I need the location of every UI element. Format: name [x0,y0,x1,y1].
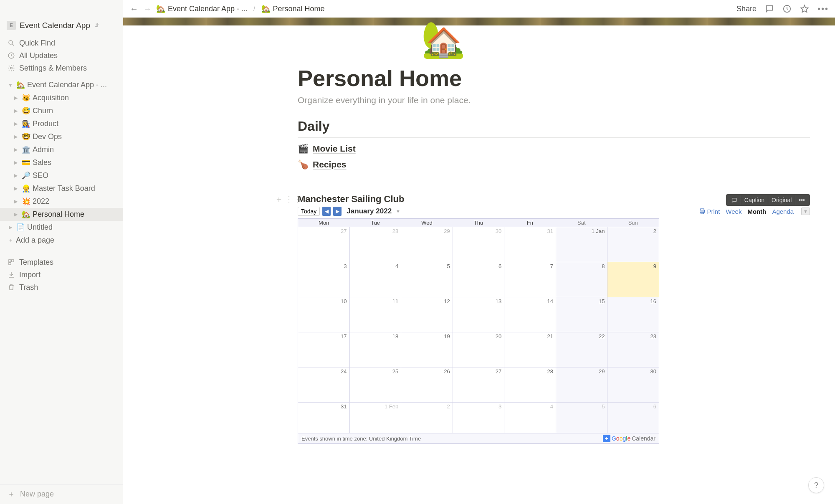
calendar-cell[interactable]: 2 [607,227,659,262]
calendar-cell[interactable]: 14 [504,297,556,332]
calendar-cell[interactable]: 22 [556,332,608,367]
calendar-cell[interactable]: 3 [453,402,505,433]
calendar-cell[interactable]: 16 [607,297,659,332]
share-button[interactable]: Share [736,5,757,13]
nav-back-button[interactable]: ← [129,4,139,14]
drag-handle-icon[interactable]: ⋮⋮ [285,194,301,205]
calendar-cell[interactable]: 10 [298,297,350,332]
page-subtitle[interactable]: Organize everything in your life in one … [298,95,810,105]
calendar-cell[interactable]: 21 [504,332,556,367]
plus-icon[interactable]: ＋ [275,194,283,205]
calendar-cell[interactable]: 2 [401,402,453,433]
disclosure-triangle-icon[interactable]: ▶ [13,173,19,178]
all-updates[interactable]: All Updates [0,49,123,62]
calendar-cell[interactable]: 20 [453,332,505,367]
tree-item-seo[interactable]: ▶🔎SEO [0,169,123,182]
more-icon[interactable]: ••• [795,195,808,205]
tree-root[interactable]: ▼ 🏡 Event Calendar App - ... [0,79,123,91]
breadcrumb-root[interactable]: 🏡 Event Calendar App - ... [156,4,248,13]
comments-icon[interactable] [765,4,774,13]
favorite-icon[interactable] [800,4,809,13]
calendar-cell[interactable]: 23 [607,332,659,367]
page-cover[interactable] [123,18,835,25]
disclosure-triangle-icon[interactable]: ▶ [13,147,19,152]
calendar-cell[interactable]: 6 [453,262,505,297]
view-dropdown-icon[interactable]: ▼ [801,208,810,215]
tree-item-admin[interactable]: ▶🏛️Admin [0,143,123,156]
disclosure-triangle-icon[interactable]: ▶ [7,225,14,230]
trash[interactable]: Trash [0,281,123,294]
calendar-cell[interactable]: 3 [298,262,350,297]
calendar-cell[interactable]: 30 [607,367,659,402]
caption-button[interactable]: Caption [741,195,768,205]
view-agenda-tab[interactable]: Agenda [772,208,794,215]
calendar-cell[interactable]: 28 [350,227,402,262]
calendar-cell[interactable]: 31 [298,402,350,433]
add-a-page[interactable]: ＋Add a page [0,234,123,247]
disclosure-triangle-icon[interactable]: ▶ [13,160,19,165]
google-calendar-link[interactable]: + Google Calendar [603,435,655,442]
calendar-cell[interactable]: 29 [556,367,608,402]
help-button[interactable]: ? [808,477,824,493]
tree-item-acquisition[interactable]: ▶😼Acquisition [0,91,123,104]
calendar-cell[interactable]: 27 [453,367,505,402]
section-heading-daily[interactable]: Daily [298,119,810,137]
calendar-cell[interactable]: 27 [298,227,350,262]
next-month-button[interactable]: ▶ [333,207,342,216]
calendar-cell[interactable]: 5 [401,262,453,297]
page-title[interactable]: Personal Home [298,65,810,91]
import[interactable]: Import [0,268,123,281]
calendar-cell[interactable]: 17 [298,332,350,367]
tree-item-personal-home[interactable]: ▶🏡Personal Home [0,208,123,221]
tree-item-sales[interactable]: ▶💳Sales [0,156,123,169]
page-icon[interactable]: 🏡 [421,22,466,57]
disclosure-triangle-icon[interactable]: ▶ [13,186,19,191]
view-week-tab[interactable]: Week [726,208,741,215]
calendar-cell[interactable]: 4 [350,262,402,297]
calendar-cell[interactable]: 1 Feb [350,402,402,433]
original-button[interactable]: Original [768,195,795,205]
calendar-cell[interactable]: 15 [556,297,608,332]
prev-month-button[interactable]: ◀ [322,207,331,216]
more-icon[interactable]: ••• [817,4,829,14]
workspace-switcher[interactable]: E Event Calendar App ⇵ [0,19,123,35]
calendar-cell[interactable]: 13 [453,297,505,332]
comment-icon[interactable] [728,196,741,205]
tree-item-untitled[interactable]: ▶📄Untitled [0,221,123,234]
calendar-cell[interactable]: 5 [556,402,608,433]
disclosure-triangle-icon[interactable]: ▶ [13,108,19,114]
settings-members[interactable]: Settings & Members [0,62,123,74]
quick-find[interactable]: Quick Find [0,37,123,49]
tree-item-2022[interactable]: ▶💥2022 [0,195,123,208]
updates-icon[interactable] [782,4,792,13]
print-button[interactable]: Print [699,208,720,215]
calendar-cell[interactable]: 11 [350,297,402,332]
templates[interactable]: Templates [0,256,123,268]
disclosure-triangle-icon[interactable]: ▼ [7,83,14,88]
calendar-cell[interactable]: 18 [350,332,402,367]
page-link-recipes[interactable]: 🍗 Recipes [298,160,810,170]
disclosure-triangle-icon[interactable]: ▶ [13,199,19,204]
calendar-cell[interactable]: 24 [298,367,350,402]
block-handle[interactable]: ＋ ⋮⋮ [275,194,301,205]
breadcrumb-current[interactable]: 🏡 Personal Home [261,4,325,13]
calendar-cell[interactable]: 12 [401,297,453,332]
view-month-tab[interactable]: Month [747,208,766,215]
tree-item-churn[interactable]: ▶😅Churn [0,104,123,117]
calendar-cell[interactable]: 19 [401,332,453,367]
calendar-cell[interactable]: 8 [556,262,608,297]
nav-forward-button[interactable]: → [143,4,152,14]
calendar-cell[interactable]: 26 [401,367,453,402]
disclosure-triangle-icon[interactable]: ▶ [13,121,19,127]
calendar-cell[interactable]: 28 [504,367,556,402]
tree-item-devops[interactable]: ▶🤓Dev Ops [0,130,123,143]
month-dropdown-icon[interactable]: ▼ [396,209,400,214]
calendar-cell[interactable]: 6 [607,402,659,433]
tree-item-master-task[interactable]: ▶👷Master Task Board [0,182,123,195]
calendar-cell-today[interactable]: 9 [607,262,659,297]
calendar-cell[interactable]: 31 [504,227,556,262]
today-button[interactable]: Today [298,207,320,216]
disclosure-triangle-icon[interactable]: ▶ [13,212,19,217]
page-link-movie-list[interactable]: 🎬 Movie List [298,144,810,154]
calendar-cell[interactable]: 1 Jan [556,227,608,262]
